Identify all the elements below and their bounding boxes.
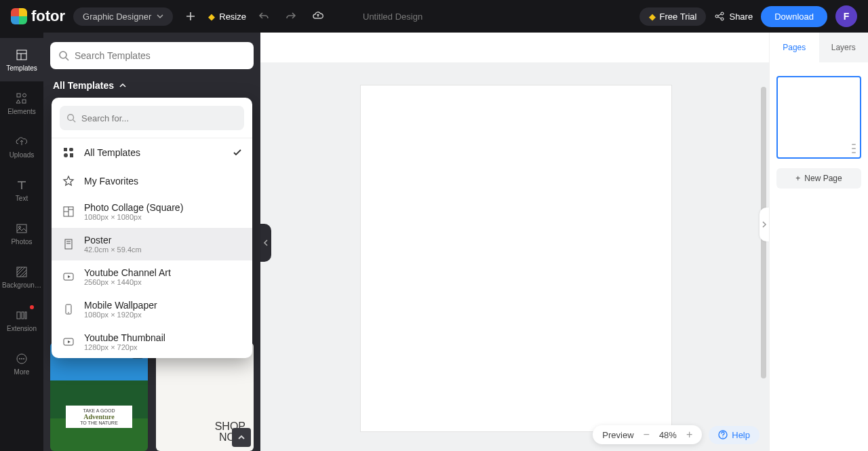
cloud-sync-button[interactable] [309,7,328,26]
chevron-up-icon [119,82,126,89]
item-dims: 1280px × 720px [84,343,165,351]
add-button[interactable] [181,7,200,26]
rail-more[interactable]: More [0,342,43,385]
left-rail: Templates Elements Uploads Text Photos B… [0,33,43,451]
design-title[interactable]: Untitled Design [363,12,422,22]
share-label: Share [729,12,753,22]
item-name: Youtube Channel Art [84,267,171,278]
dropdown-item[interactable]: Youtube Channel Art2560px × 1440px [52,260,252,293]
undo-button[interactable] [254,7,273,26]
new-page-button[interactable]: + New Page [776,168,861,189]
user-avatar[interactable]: F [835,5,857,27]
bottom-bar: Preview − 48% + Help [593,425,760,444]
right-panel-collapse-handle[interactable] [760,208,769,241]
free-trial-button[interactable]: ◆ Free Trial [639,7,707,26]
rail-background[interactable]: Backgroun… [0,255,43,298]
canvas-toolbar [260,33,769,62]
zoom-control: Preview − 48% + [593,425,702,444]
dropdown-search[interactable] [60,106,244,130]
dropdown-item[interactable]: Mobile Wallpaper1080px × 1920px [52,293,252,326]
help-button[interactable]: Help [709,426,760,444]
dropdown-item[interactable]: Photo Collage (Square)1080px × 1080px [52,195,252,228]
diamond-icon: ◆ [208,12,215,22]
page-thumbnail[interactable] [776,76,861,159]
redo-button[interactable] [281,7,300,26]
avatar-initial: F [844,11,850,22]
drag-handle-icon[interactable] [852,144,856,153]
svg-point-2 [721,18,724,20]
template-thumb[interactable]: ◆ TAKE A GOOD Adventure TO THE NATURE [50,342,148,451]
item-name: Youtube Thumbnail [84,332,165,343]
resize-button[interactable]: ◆ Resize [208,12,246,22]
search-icon [58,50,69,61]
template-thumbnails: ◆ TAKE A GOOD Adventure TO THE NATURE SH… [50,342,254,451]
svg-point-0 [715,15,718,18]
scroll-to-top-button[interactable] [232,428,251,447]
svg-point-5 [23,94,26,97]
svg-rect-6 [22,100,26,103]
rail-photos[interactable]: Photos [0,212,43,255]
preview-button[interactable]: Preview [602,430,633,440]
logo-mark-icon [11,8,27,24]
rail-templates[interactable]: Templates [0,38,43,81]
app-logo[interactable]: fotor [11,7,65,25]
templates-icon [15,48,28,62]
rail-label: Extension [7,325,37,332]
template-search-input[interactable] [75,50,245,61]
share-icon [714,11,725,22]
category-label: All Templates [53,80,114,91]
svg-rect-10 [17,312,20,319]
dropdown-item[interactable]: All Templates [52,138,252,167]
zoom-level[interactable]: 48% [659,430,677,440]
svg-rect-24 [65,239,72,249]
template-search[interactable] [50,42,254,69]
tab-pages[interactable]: Pages [770,33,819,62]
rail-label: More [14,368,30,376]
rail-extension[interactable]: Extension [0,298,43,342]
elements-icon [15,92,28,105]
rail-label: Templates [6,64,37,72]
item-dims: 1080px × 1080px [84,213,183,221]
item-name: My Favorites [84,176,138,187]
panel-collapse-handle[interactable] [260,224,271,262]
artboard[interactable] [361,85,671,431]
share-button[interactable]: Share [714,11,753,22]
right-panel: Pages Layers + New Page [769,33,868,451]
svg-point-1 [721,12,724,15]
rail-label: Elements [7,108,36,115]
dropdown-search-wrap [52,98,252,138]
svg-rect-7 [17,224,26,233]
app-name: fotor [31,7,65,25]
dropdown-item[interactable]: My Favorites [52,167,252,195]
tab-layers[interactable]: Layers [819,33,869,62]
rail-text[interactable]: Text [0,168,43,212]
text-icon [15,178,28,192]
tab-label: Pages [783,43,806,52]
chevron-down-icon [157,13,163,20]
search-icon [66,113,76,123]
rail-elements[interactable]: Elements [0,81,43,125]
rail-label: Text [16,195,28,202]
resize-label: Resize [219,12,246,22]
dropdown-item[interactable]: Poster42.0cm × 59.4cm [52,228,252,260]
notification-dot-icon [30,305,34,309]
mode-label: Graphic Designer [83,12,151,22]
dropdown-search-input[interactable] [81,113,237,123]
mode-selector[interactable]: Graphic Designer [73,7,173,26]
svg-rect-4 [17,94,20,97]
rail-uploads[interactable]: Uploads [0,125,43,168]
collage-icon [61,204,76,219]
star-icon [61,174,76,189]
category-dropdown: All Templates My Favorites Photo Collage… [52,98,252,358]
zoom-out-button[interactable]: − [644,429,650,440]
plus-icon: + [795,174,800,183]
download-button[interactable]: Download [761,6,827,27]
category-dropdown-trigger[interactable]: All Templates [53,80,251,91]
svg-point-17 [60,52,66,58]
dropdown-item[interactable]: Youtube Thumbnail1280px × 720px [52,326,252,358]
poster-icon [61,237,76,252]
help-label: Help [732,430,750,440]
zoom-in-button[interactable]: + [686,429,692,440]
svg-point-27 [68,312,69,313]
canvas-area [260,33,769,451]
